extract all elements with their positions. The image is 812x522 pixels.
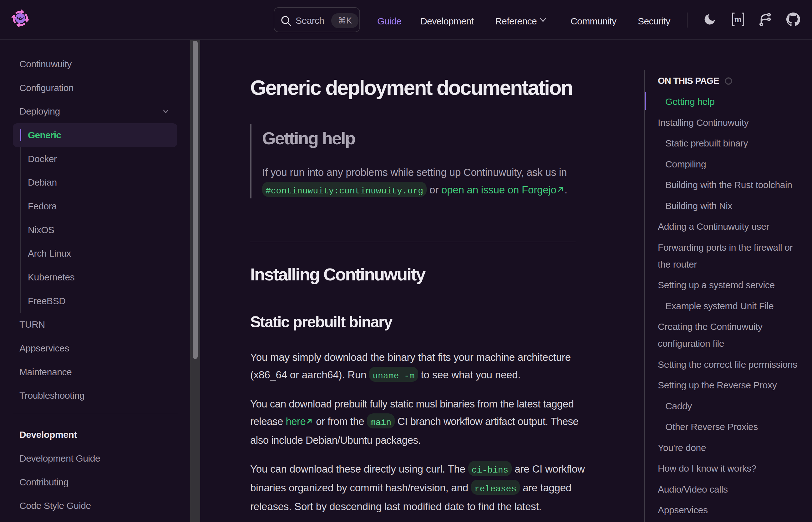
svg-text:m: m	[734, 14, 741, 24]
